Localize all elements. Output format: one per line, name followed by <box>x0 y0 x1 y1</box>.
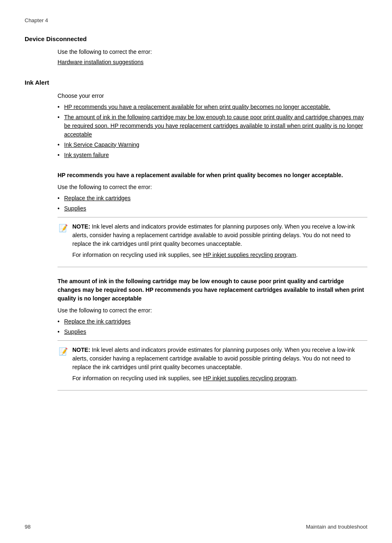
recycling-intro-2: For information on recycling used ink su… <box>72 375 203 381</box>
replace-cartridges-link-2[interactable]: Replace the ink cartridges <box>64 318 131 325</box>
recycling-link-2[interactable]: HP inkjet supplies recycling program <box>203 375 296 381</box>
list-item: Ink Service Capacity Warning <box>58 141 367 149</box>
recycling-intro-1: For information on recycling used ink su… <box>72 252 203 258</box>
note-body-2: Ink level alerts and indicators provide … <box>72 347 355 370</box>
note-inner-1: 📝 NOTE: Ink level alerts and indicators … <box>58 222 367 262</box>
hardware-installation-link[interactable]: Hardware installation suggestions <box>58 59 143 65</box>
subsection-2-heading: The amount of ink in the following cartr… <box>58 277 367 303</box>
note-label-2: NOTE: <box>72 347 90 353</box>
replace-cartridges-link-1[interactable]: Replace the ink cartridges <box>64 195 131 201</box>
note-recycling-2: For information on recycling used ink su… <box>72 374 367 383</box>
subsection-2: The amount of ink in the following cartr… <box>25 277 367 390</box>
recycling-link-1[interactable]: HP inkjet supplies recycling program <box>203 252 296 258</box>
ink-alert-bullet-link-1[interactable]: HP recommends you have a replacement ava… <box>64 104 330 110</box>
subsection-1-bullets: Replace the ink cartridges Supplies <box>58 194 367 213</box>
list-item: HP recommends you have a replacement ava… <box>58 103 367 111</box>
device-disconnected-section: Device Disconnected Use the following to… <box>25 35 367 67</box>
page-footer: 98 Maintain and troubleshoot <box>25 523 367 531</box>
ink-alert-bullets: HP recommends you have a replacement ava… <box>58 103 367 159</box>
subsection-2-bullets: Replace the ink cartridges Supplies <box>58 317 367 336</box>
list-item: Replace the ink cartridges <box>58 317 367 326</box>
subsection-2-intro: Use the following to correct the error: <box>58 306 367 315</box>
note-inner-2: 📝 NOTE: Ink level alerts and indicators … <box>58 346 367 385</box>
ink-alert-content: Choose your error HP recommends you have… <box>58 92 367 159</box>
device-disconnected-content: Use the following to correct the error: … <box>58 48 367 67</box>
ink-alert-bullet-link-2[interactable]: The amount of ink in the following cartr… <box>64 114 364 138</box>
recycling-end-1: . <box>296 252 297 258</box>
note-label-1: NOTE: <box>72 223 90 230</box>
footer-text: Maintain and troubleshoot <box>306 523 367 531</box>
note-box-1: 📝 NOTE: Ink level alerts and indicators … <box>58 217 367 267</box>
device-disconnected-title: Device Disconnected <box>25 35 367 44</box>
subsection-2-content: The amount of ink in the following cartr… <box>58 277 367 390</box>
subsection-1-intro: Use the following to correct the error: <box>58 183 367 192</box>
chapter-label: Chapter 4 <box>25 16 367 25</box>
note-icon-2: 📝 <box>58 346 69 357</box>
list-item: Supplies <box>58 328 367 336</box>
ink-alert-section: Ink Alert Choose your error HP recommend… <box>25 78 367 159</box>
ink-alert-title: Ink Alert <box>25 78 367 88</box>
note-body-1: Ink level alerts and indicators provide … <box>72 223 355 247</box>
list-item: The amount of ink in the following cartr… <box>58 113 367 139</box>
ink-system-failure-link[interactable]: Ink system failure <box>64 152 109 158</box>
note-icon-1: 📝 <box>58 223 69 234</box>
subsection-1: HP recommends you have a replacement ava… <box>25 171 367 267</box>
note-content-1: NOTE: Ink level alerts and indicators pr… <box>72 222 367 262</box>
recycling-end-2: . <box>296 375 297 381</box>
note-box-2: 📝 NOTE: Ink level alerts and indicators … <box>58 340 367 390</box>
note-content-2: NOTE: Ink level alerts and indicators pr… <box>72 346 367 385</box>
ink-alert-intro: Choose your error <box>58 92 367 100</box>
supplies-link-1[interactable]: Supplies <box>64 205 86 212</box>
device-disconnected-intro: Use the following to correct the error: <box>58 48 367 56</box>
note-recycling-1: For information on recycling used ink su… <box>72 251 367 259</box>
supplies-link-2[interactable]: Supplies <box>64 328 86 335</box>
ink-service-capacity-link[interactable]: Ink Service Capacity Warning <box>64 141 139 148</box>
list-item: Supplies <box>58 204 367 213</box>
list-item: Ink system failure <box>58 151 367 159</box>
subsection-1-content: HP recommends you have a replacement ava… <box>58 171 367 267</box>
list-item: Replace the ink cartridges <box>58 194 367 203</box>
page-number: 98 <box>25 523 30 531</box>
subsection-1-heading: HP recommends you have a replacement ava… <box>58 171 367 180</box>
